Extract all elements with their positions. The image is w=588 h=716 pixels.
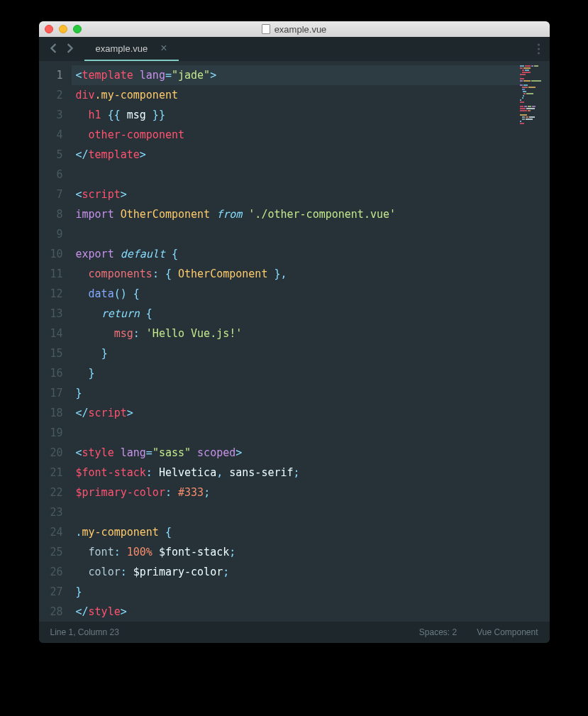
code-line[interactable]: color: $primary-color; bbox=[76, 562, 550, 582]
tab-bar: example.vue × bbox=[39, 37, 550, 61]
code-line[interactable]: return { bbox=[76, 304, 550, 324]
code-line[interactable]: $primary-color: #333; bbox=[76, 483, 550, 502]
editor-area[interactable]: 1234567891011121314151617181920212223242… bbox=[39, 61, 550, 622]
code-line[interactable]: import OtherComponent from './other-comp… bbox=[76, 204, 550, 224]
code-line[interactable]: </script> bbox=[76, 403, 550, 423]
file-icon bbox=[262, 24, 270, 34]
tab-close-icon[interactable]: × bbox=[160, 42, 167, 55]
tab-label: example.vue bbox=[96, 43, 148, 54]
code-line[interactable] bbox=[76, 165, 550, 184]
line-number: 28 bbox=[39, 602, 72, 622]
line-number: 19 bbox=[39, 423, 72, 443]
minimize-icon[interactable] bbox=[59, 25, 67, 33]
line-number: 22 bbox=[39, 483, 72, 502]
code-line[interactable]: other-component bbox=[76, 125, 550, 145]
syntax-mode[interactable]: Vue Component bbox=[477, 627, 538, 637]
code-line[interactable] bbox=[76, 224, 550, 244]
code-line[interactable]: <template lang="jade"> bbox=[72, 65, 521, 85]
line-number: 1 bbox=[39, 65, 72, 85]
code-line[interactable]: } bbox=[76, 363, 550, 383]
code-line[interactable]: } bbox=[76, 343, 550, 363]
line-number: 8 bbox=[39, 204, 72, 224]
line-number: 23 bbox=[39, 502, 72, 522]
traffic-lights bbox=[45, 25, 82, 33]
tab-example-vue[interactable]: example.vue × bbox=[84, 37, 179, 61]
code-line[interactable] bbox=[76, 502, 550, 522]
code-line[interactable]: } bbox=[76, 383, 550, 403]
line-number: 17 bbox=[39, 383, 72, 403]
code-content[interactable]: <template lang="jade">div.my-component h… bbox=[72, 61, 550, 622]
nav-back-icon[interactable] bbox=[50, 43, 57, 55]
code-line[interactable]: div.my-component bbox=[76, 85, 550, 105]
line-number: 6 bbox=[39, 165, 72, 184]
status-bar: Line 1, Column 23 Spaces: 2 Vue Componen… bbox=[39, 622, 550, 643]
line-number: 3 bbox=[39, 105, 72, 125]
line-number: 15 bbox=[39, 343, 72, 363]
line-number: 12 bbox=[39, 284, 72, 304]
minimap[interactable] bbox=[520, 65, 547, 108]
code-line[interactable]: components: { OtherComponent }, bbox=[76, 264, 550, 284]
code-line[interactable]: </style> bbox=[76, 602, 550, 622]
code-line[interactable]: .my-component { bbox=[76, 522, 550, 542]
line-number: 4 bbox=[39, 125, 72, 145]
cursor-position[interactable]: Line 1, Column 23 bbox=[50, 627, 119, 637]
close-icon[interactable] bbox=[45, 25, 53, 33]
code-line[interactable] bbox=[76, 423, 550, 443]
code-line[interactable]: } bbox=[76, 582, 550, 602]
code-line[interactable]: <script> bbox=[76, 184, 550, 204]
line-number: 21 bbox=[39, 463, 72, 483]
code-line[interactable]: </template> bbox=[76, 145, 550, 165]
code-line[interactable]: export default { bbox=[76, 244, 550, 264]
line-number: 27 bbox=[39, 582, 72, 602]
code-line[interactable]: msg: 'Hello Vue.js!' bbox=[76, 324, 550, 343]
code-line[interactable]: $font-stack: Helvetica, sans-serif; bbox=[76, 463, 550, 483]
overflow-menu-icon[interactable] bbox=[538, 44, 540, 55]
window-title: example.vue bbox=[39, 24, 550, 35]
line-number: 5 bbox=[39, 145, 72, 165]
titlebar[interactable]: example.vue bbox=[39, 21, 550, 37]
editor-window: example.vue example.vue × 12345678910111… bbox=[39, 21, 550, 643]
line-number: 11 bbox=[39, 264, 72, 284]
line-gutter: 1234567891011121314151617181920212223242… bbox=[39, 61, 72, 622]
line-number: 10 bbox=[39, 244, 72, 264]
indent-setting[interactable]: Spaces: 2 bbox=[419, 627, 457, 637]
line-number: 2 bbox=[39, 85, 72, 105]
line-number: 13 bbox=[39, 304, 72, 324]
line-number: 9 bbox=[39, 224, 72, 244]
line-number: 26 bbox=[39, 562, 72, 582]
nav-forward-icon[interactable] bbox=[66, 43, 73, 55]
line-number: 14 bbox=[39, 324, 72, 343]
nav-arrows bbox=[45, 37, 79, 61]
maximize-icon[interactable] bbox=[73, 25, 82, 33]
code-line[interactable]: <style lang="sass" scoped> bbox=[76, 443, 550, 463]
code-line[interactable]: font: 100% $font-stack; bbox=[76, 542, 550, 562]
line-number: 7 bbox=[39, 184, 72, 204]
code-line[interactable]: data() { bbox=[76, 284, 550, 304]
code-line[interactable]: h1 {{ msg }} bbox=[76, 105, 550, 125]
window-title-text: example.vue bbox=[274, 24, 327, 35]
line-number: 24 bbox=[39, 522, 72, 542]
line-number: 25 bbox=[39, 542, 72, 562]
line-number: 18 bbox=[39, 403, 72, 423]
line-number: 16 bbox=[39, 363, 72, 383]
line-number: 20 bbox=[39, 443, 72, 463]
